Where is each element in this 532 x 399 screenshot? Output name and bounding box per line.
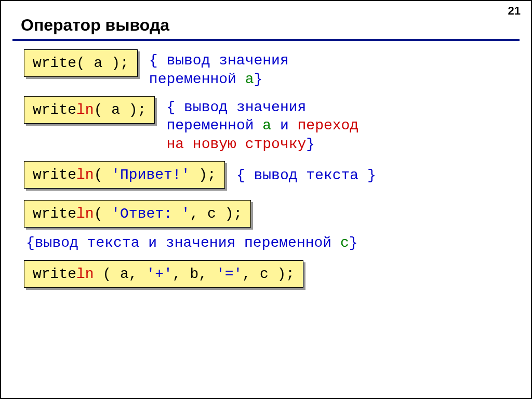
code-mid-a: ( bbox=[94, 167, 112, 183]
comment-l1: { вывод значения bbox=[149, 52, 289, 69]
code-box-4: writeln( 'Ответ: ', c ); bbox=[24, 200, 251, 228]
comment-2: { вывод значения переменной a и переход … bbox=[166, 98, 358, 154]
comment-var: a bbox=[262, 117, 271, 134]
comment-l3red: на новую строчку bbox=[166, 136, 306, 152]
code-a: ( a, bbox=[94, 266, 147, 282]
comment-l2a: переменной bbox=[166, 117, 262, 134]
comment-a: {вывод текста и значения переменной bbox=[26, 235, 340, 251]
code-ln: ln bbox=[76, 102, 94, 118]
slide-content: write( a ); { вывод значения переменной … bbox=[1, 49, 531, 292]
example-1: write( a ); { вывод значения переменной … bbox=[24, 49, 518, 89]
code-write: write bbox=[33, 266, 76, 282]
code-ln: ln bbox=[76, 206, 94, 222]
comment-l2b: } bbox=[254, 71, 263, 87]
example-2: writeln( a ); { вывод значения переменно… bbox=[24, 96, 518, 154]
comment-l2red: переход bbox=[298, 117, 359, 134]
code-write: write bbox=[33, 55, 76, 71]
slide-heading: Оператор вывода bbox=[21, 16, 531, 35]
code-box-5: writeln ( a, '+', b, '=', c ); bbox=[24, 260, 303, 288]
comment-1: { вывод значения переменной a} bbox=[149, 51, 289, 89]
code-box-3: writeln( 'Привет!' ); bbox=[24, 161, 225, 189]
comment-l2b: и bbox=[271, 117, 297, 134]
code-tail: ( a ); bbox=[76, 55, 129, 71]
comment-b: } bbox=[349, 235, 358, 251]
code-tail: ( a ); bbox=[94, 102, 147, 118]
code-s1: '+' bbox=[146, 266, 172, 282]
code-write: write bbox=[33, 206, 76, 222]
code-mid-a: ( bbox=[94, 206, 112, 222]
example-4: writeln( 'Ответ: ', c ); {вывод текста и… bbox=[24, 200, 518, 251]
code-b: , b, bbox=[172, 266, 216, 282]
code-write: write bbox=[33, 102, 76, 118]
code-s2: '=' bbox=[216, 266, 242, 282]
example-3: writeln( 'Привет!' ); { вывод текста } bbox=[24, 161, 518, 193]
code-write: write bbox=[33, 167, 76, 183]
code-mid-b: , c ); bbox=[190, 206, 242, 222]
comment-var: a bbox=[245, 71, 254, 87]
code-box-1: write( a ); bbox=[24, 49, 138, 77]
comment-l2a: переменной bbox=[149, 71, 245, 87]
code-ln: ln bbox=[76, 167, 94, 183]
code-ln: ln bbox=[76, 266, 94, 282]
page-number: 21 bbox=[508, 4, 521, 18]
code-mid-b: ); bbox=[190, 167, 216, 183]
comment-l3b: } bbox=[306, 136, 315, 152]
code-box-2: writeln( a ); bbox=[24, 96, 155, 124]
code-str: 'Ответ: ' bbox=[111, 206, 190, 222]
code-c: , c ); bbox=[242, 266, 295, 282]
example-5: writeln ( a, '+', b, '=', c ); bbox=[24, 260, 518, 292]
heading-divider bbox=[12, 39, 520, 41]
comment-l1: { вывод значения bbox=[166, 99, 306, 115]
comment-var: c bbox=[340, 235, 349, 251]
code-str: 'Привет!' bbox=[111, 167, 190, 183]
comment-4: {вывод текста и значения переменной c} bbox=[26, 235, 518, 251]
comment-3: { вывод текста } bbox=[236, 166, 376, 185]
